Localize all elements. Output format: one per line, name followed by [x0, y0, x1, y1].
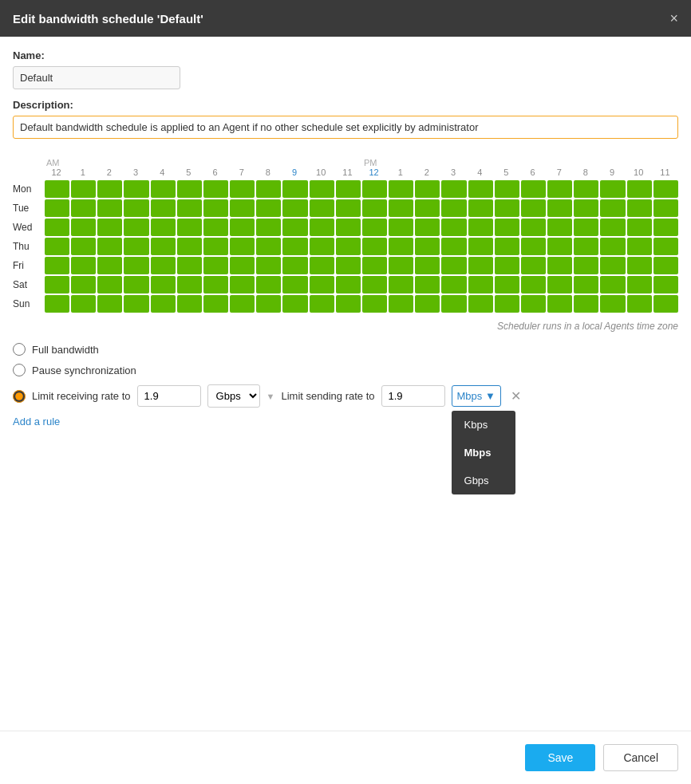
grid-cell-sun-10[interactable]: [310, 295, 334, 313]
grid-cell-sat-20[interactable]: [574, 276, 598, 294]
receiving-unit-select[interactable]: Kbps Mbps Gbps: [207, 384, 260, 408]
grid-cell-sun-9[interactable]: [282, 295, 307, 313]
grid-cell-mon-15[interactable]: [441, 180, 466, 198]
grid-cell-sun-7[interactable]: [230, 295, 255, 313]
grid-cell-thu-3[interactable]: [124, 238, 148, 255]
grid-cell-sat-10[interactable]: [310, 276, 334, 294]
grid-cell-tue-15[interactable]: [441, 199, 466, 217]
grid-cell-sat-13[interactable]: [389, 276, 413, 294]
grid-cell-tue-13[interactable]: [389, 199, 413, 217]
grid-cell-wed-0[interactable]: [45, 219, 69, 236]
grid-cell-sat-5[interactable]: [177, 276, 202, 294]
grid-cell-sun-14[interactable]: [415, 295, 440, 313]
grid-cell-sat-17[interactable]: [495, 276, 519, 294]
grid-cell-sat-12[interactable]: [362, 276, 387, 294]
grid-cell-fri-6[interactable]: [203, 257, 228, 274]
grid-cell-thu-5[interactable]: [177, 238, 202, 255]
grid-cell-wed-8[interactable]: [256, 219, 281, 236]
pause-sync-radio[interactable]: [13, 364, 26, 376]
grid-cell-fri-2[interactable]: [97, 257, 122, 274]
grid-cell-fri-7[interactable]: [230, 257, 255, 274]
grid-cell-fri-0[interactable]: [45, 257, 69, 274]
grid-cell-sat-8[interactable]: [256, 276, 281, 294]
grid-cell-sun-4[interactable]: [151, 295, 176, 313]
grid-cell-tue-14[interactable]: [415, 199, 440, 217]
grid-cell-sun-18[interactable]: [521, 295, 546, 313]
save-button[interactable]: Save: [525, 744, 595, 771]
grid-cell-sat-16[interactable]: [468, 276, 493, 294]
grid-cell-mon-14[interactable]: [415, 180, 440, 198]
grid-cell-wed-6[interactable]: [203, 219, 228, 236]
grid-cell-fri-16[interactable]: [468, 257, 493, 274]
grid-cell-fri-10[interactable]: [310, 257, 334, 274]
grid-cell-sat-4[interactable]: [151, 276, 176, 294]
grid-cell-sun-11[interactable]: [336, 295, 361, 313]
grid-cell-mon-8[interactable]: [256, 180, 281, 198]
grid-cell-mon-6[interactable]: [203, 180, 228, 198]
grid-cell-sun-13[interactable]: [389, 295, 413, 313]
sending-unit-dropdown[interactable]: Mbps ▼ Kbps Mbps Gbps: [452, 385, 501, 407]
grid-cell-fri-11[interactable]: [336, 257, 361, 274]
grid-cell-mon-12[interactable]: [362, 180, 387, 198]
grid-cell-sat-1[interactable]: [71, 276, 96, 294]
grid-cell-wed-22[interactable]: [627, 219, 652, 236]
grid-cell-thu-21[interactable]: [600, 238, 625, 255]
grid-cell-thu-14[interactable]: [415, 238, 440, 255]
grid-cell-tue-8[interactable]: [256, 199, 281, 217]
remove-rule-button[interactable]: ✕: [507, 388, 524, 404]
close-button[interactable]: ×: [669, 11, 678, 26]
sending-rate-input[interactable]: [381, 385, 445, 407]
grid-cell-tue-10[interactable]: [310, 199, 334, 217]
grid-cell-fri-22[interactable]: [627, 257, 652, 274]
grid-cell-sun-5[interactable]: [177, 295, 202, 313]
cancel-button[interactable]: Cancel: [603, 744, 678, 771]
grid-cell-sat-9[interactable]: [282, 276, 307, 294]
limit-radio[interactable]: [13, 390, 26, 403]
full-bandwidth-option[interactable]: Full bandwidth: [13, 343, 678, 356]
grid-cell-fri-15[interactable]: [441, 257, 466, 274]
grid-cell-sun-6[interactable]: [203, 295, 228, 313]
grid-cell-tue-12[interactable]: [362, 199, 387, 217]
grid-cell-mon-4[interactable]: [151, 180, 176, 198]
grid-cell-sun-3[interactable]: [124, 295, 148, 313]
grid-cell-fri-1[interactable]: [71, 257, 96, 274]
grid-cell-sun-1[interactable]: [71, 295, 96, 313]
grid-cell-mon-11[interactable]: [336, 180, 361, 198]
pause-sync-option[interactable]: Pause synchronization: [13, 364, 678, 376]
grid-cell-sun-16[interactable]: [468, 295, 493, 313]
grid-cell-sat-21[interactable]: [600, 276, 625, 294]
grid-cell-sun-20[interactable]: [574, 295, 598, 313]
grid-cell-wed-15[interactable]: [441, 219, 466, 236]
grid-cell-thu-7[interactable]: [230, 238, 255, 255]
grid-cell-tue-22[interactable]: [627, 199, 652, 217]
grid-cell-thu-17[interactable]: [495, 238, 519, 255]
grid-cell-tue-16[interactable]: [468, 199, 493, 217]
grid-cell-mon-2[interactable]: [97, 180, 122, 198]
grid-cell-sun-23[interactable]: [653, 295, 678, 313]
grid-cell-sun-19[interactable]: [547, 295, 572, 313]
grid-cell-thu-1[interactable]: [71, 238, 96, 255]
grid-cell-sun-12[interactable]: [362, 295, 387, 313]
grid-cell-thu-20[interactable]: [574, 238, 598, 255]
grid-cell-mon-5[interactable]: [177, 180, 202, 198]
grid-cell-sat-15[interactable]: [441, 276, 466, 294]
grid-cell-thu-22[interactable]: [627, 238, 652, 255]
grid-cell-tue-23[interactable]: [653, 199, 678, 217]
grid-cell-thu-16[interactable]: [468, 238, 493, 255]
grid-cell-tue-4[interactable]: [151, 199, 176, 217]
grid-cell-thu-19[interactable]: [547, 238, 572, 255]
grid-cell-sat-23[interactable]: [653, 276, 678, 294]
name-input[interactable]: [13, 66, 180, 89]
grid-cell-tue-7[interactable]: [230, 199, 255, 217]
grid-cell-wed-18[interactable]: [521, 219, 546, 236]
grid-cell-wed-12[interactable]: [362, 219, 387, 236]
grid-cell-mon-18[interactable]: [521, 180, 546, 198]
grid-cell-thu-2[interactable]: [97, 238, 122, 255]
grid-cell-fri-4[interactable]: [151, 257, 176, 274]
grid-cell-fri-18[interactable]: [521, 257, 546, 274]
grid-cell-wed-3[interactable]: [124, 219, 148, 236]
grid-cell-mon-23[interactable]: [653, 180, 678, 198]
grid-cell-sun-15[interactable]: [441, 295, 466, 313]
grid-cell-wed-14[interactable]: [415, 219, 440, 236]
grid-cell-wed-1[interactable]: [71, 219, 96, 236]
